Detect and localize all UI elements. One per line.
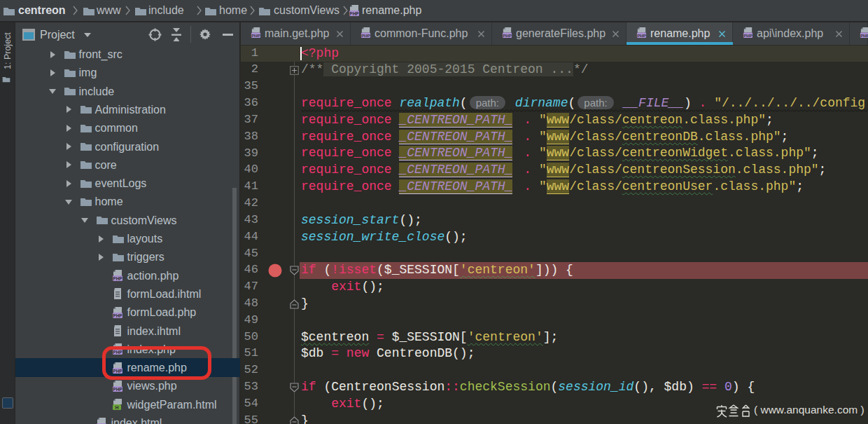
svg-text:PHP: PHP — [743, 33, 752, 38]
svg-text:PHP: PHP — [349, 11, 359, 16]
svg-text:PHP: PHP — [637, 33, 646, 38]
svg-text:PHP: PHP — [503, 33, 512, 38]
svg-text:PHP: PHP — [361, 33, 370, 38]
svg-text:PHP: PHP — [113, 386, 122, 391]
svg-text:PHP: PHP — [113, 276, 122, 281]
svg-text:H: H — [115, 405, 118, 410]
svg-text:PHP: PHP — [251, 33, 260, 38]
svg-text:PHP: PHP — [860, 33, 868, 38]
svg-text:PHP: PHP — [113, 313, 122, 317]
